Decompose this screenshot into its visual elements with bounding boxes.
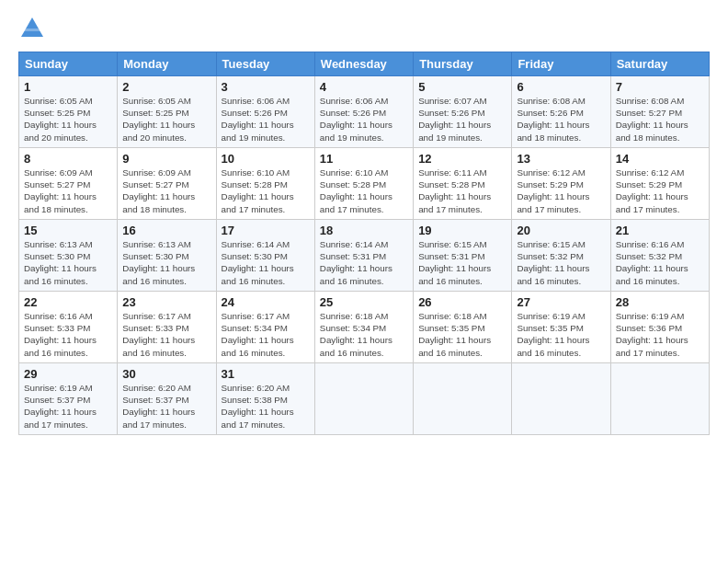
- day-info: Sunrise: 6:18 AM Sunset: 5:35 PM Dayligh…: [418, 310, 506, 359]
- calendar-day-cell: 5Sunrise: 6:07 AM Sunset: 5:26 PM Daylig…: [414, 76, 512, 148]
- calendar-header-row: SundayMondayTuesdayWednesdayThursdayFrid…: [19, 52, 710, 76]
- calendar-day-cell: [512, 363, 610, 435]
- page: SundayMondayTuesdayWednesdayThursdayFrid…: [0, 0, 728, 563]
- weekday-header: Sunday: [19, 52, 118, 76]
- day-number: 30: [122, 367, 210, 381]
- day-info: Sunrise: 6:16 AM Sunset: 5:33 PM Dayligh…: [24, 310, 112, 359]
- day-number: 31: [222, 367, 310, 381]
- calendar-day-cell: [610, 363, 709, 435]
- day-info: Sunrise: 6:07 AM Sunset: 5:26 PM Dayligh…: [418, 95, 506, 144]
- day-info: Sunrise: 6:06 AM Sunset: 5:26 PM Dayligh…: [222, 95, 310, 144]
- day-number: 20: [517, 224, 605, 237]
- calendar-day-cell: 20Sunrise: 6:15 AM Sunset: 5:32 PM Dayli…: [512, 220, 610, 292]
- calendar-day-cell: 19Sunrise: 6:15 AM Sunset: 5:31 PM Dayli…: [414, 220, 512, 292]
- day-info: Sunrise: 6:11 AM Sunset: 5:28 PM Dayligh…: [418, 167, 506, 215]
- day-info: Sunrise: 6:09 AM Sunset: 5:27 PM Dayligh…: [24, 167, 112, 215]
- day-info: Sunrise: 6:06 AM Sunset: 5:26 PM Dayligh…: [320, 95, 408, 144]
- day-number: 26: [418, 295, 506, 309]
- day-number: 12: [418, 152, 506, 166]
- day-number: 3: [222, 80, 310, 94]
- calendar-day-cell: 31Sunrise: 6:20 AM Sunset: 5:38 PM Dayli…: [216, 363, 314, 435]
- calendar-day-cell: 10Sunrise: 6:10 AM Sunset: 5:28 PM Dayli…: [216, 148, 314, 220]
- day-number: 24: [222, 295, 310, 309]
- day-info: Sunrise: 6:08 AM Sunset: 5:27 PM Dayligh…: [616, 95, 704, 144]
- calendar-day-cell: 25Sunrise: 6:18 AM Sunset: 5:34 PM Dayli…: [314, 292, 413, 363]
- day-info: Sunrise: 6:09 AM Sunset: 5:27 PM Dayligh…: [122, 167, 210, 215]
- day-number: 16: [122, 224, 210, 237]
- calendar-day-cell: 26Sunrise: 6:18 AM Sunset: 5:35 PM Dayli…: [414, 292, 512, 363]
- calendar-day-cell: 15Sunrise: 6:13 AM Sunset: 5:30 PM Dayli…: [19, 220, 118, 292]
- day-info: Sunrise: 6:14 AM Sunset: 5:31 PM Dayligh…: [320, 238, 408, 287]
- day-info: Sunrise: 6:12 AM Sunset: 5:29 PM Dayligh…: [517, 167, 605, 215]
- day-info: Sunrise: 6:10 AM Sunset: 5:28 PM Dayligh…: [320, 167, 408, 215]
- day-info: Sunrise: 6:08 AM Sunset: 5:26 PM Dayligh…: [517, 95, 605, 144]
- day-info: Sunrise: 6:05 AM Sunset: 5:25 PM Dayligh…: [24, 95, 112, 144]
- day-number: 4: [320, 80, 408, 94]
- day-number: 7: [616, 80, 704, 94]
- day-number: 2: [122, 80, 210, 94]
- day-number: 23: [122, 295, 210, 309]
- day-info: Sunrise: 6:17 AM Sunset: 5:33 PM Dayligh…: [122, 310, 210, 359]
- weekday-header: Tuesday: [216, 52, 314, 76]
- calendar-day-cell: 22Sunrise: 6:16 AM Sunset: 5:33 PM Dayli…: [19, 292, 118, 363]
- calendar-day-cell: 6Sunrise: 6:08 AM Sunset: 5:26 PM Daylig…: [512, 76, 610, 148]
- weekday-header: Thursday: [414, 52, 512, 76]
- day-info: Sunrise: 6:19 AM Sunset: 5:36 PM Dayligh…: [616, 310, 704, 359]
- calendar-day-cell: 21Sunrise: 6:16 AM Sunset: 5:32 PM Dayli…: [610, 220, 709, 292]
- day-number: 6: [517, 80, 605, 94]
- calendar-day-cell: [314, 363, 413, 435]
- calendar-day-cell: 18Sunrise: 6:14 AM Sunset: 5:31 PM Dayli…: [314, 220, 413, 292]
- calendar-day-cell: 23Sunrise: 6:17 AM Sunset: 5:33 PM Dayli…: [118, 292, 216, 363]
- calendar: SundayMondayTuesdayWednesdayThursdayFrid…: [18, 52, 710, 435]
- calendar-day-cell: 4Sunrise: 6:06 AM Sunset: 5:26 PM Daylig…: [314, 76, 413, 148]
- day-info: Sunrise: 6:12 AM Sunset: 5:29 PM Dayligh…: [616, 167, 704, 215]
- day-number: 11: [320, 152, 408, 166]
- day-info: Sunrise: 6:19 AM Sunset: 5:35 PM Dayligh…: [517, 310, 605, 359]
- day-info: Sunrise: 6:15 AM Sunset: 5:31 PM Dayligh…: [418, 238, 506, 287]
- day-number: 29: [24, 367, 112, 381]
- day-info: Sunrise: 6:16 AM Sunset: 5:32 PM Dayligh…: [616, 238, 704, 287]
- weekday-header: Friday: [512, 52, 610, 76]
- day-number: 21: [616, 224, 704, 237]
- calendar-day-cell: 2Sunrise: 6:05 AM Sunset: 5:25 PM Daylig…: [118, 76, 216, 148]
- weekday-header: Saturday: [610, 52, 709, 76]
- svg-rect-1: [24, 29, 40, 31]
- day-info: Sunrise: 6:17 AM Sunset: 5:34 PM Dayligh…: [222, 310, 310, 359]
- day-number: 9: [122, 152, 210, 166]
- calendar-day-cell: 7Sunrise: 6:08 AM Sunset: 5:27 PM Daylig…: [610, 76, 709, 148]
- day-number: 10: [222, 152, 310, 166]
- weekday-header: Monday: [118, 52, 216, 76]
- calendar-day-cell: 8Sunrise: 6:09 AM Sunset: 5:27 PM Daylig…: [19, 148, 118, 220]
- calendar-day-cell: 24Sunrise: 6:17 AM Sunset: 5:34 PM Dayli…: [216, 292, 314, 363]
- day-number: 18: [320, 224, 408, 237]
- calendar-week-row: 15Sunrise: 6:13 AM Sunset: 5:30 PM Dayli…: [19, 220, 710, 292]
- day-number: 8: [24, 152, 112, 166]
- day-info: Sunrise: 6:05 AM Sunset: 5:25 PM Dayligh…: [122, 95, 210, 144]
- day-number: 22: [24, 295, 112, 309]
- calendar-week-row: 22Sunrise: 6:16 AM Sunset: 5:33 PM Dayli…: [19, 292, 710, 363]
- logo: [18, 15, 50, 42]
- logo-icon: [18, 15, 46, 42]
- calendar-day-cell: 14Sunrise: 6:12 AM Sunset: 5:29 PM Dayli…: [610, 148, 709, 220]
- day-info: Sunrise: 6:14 AM Sunset: 5:30 PM Dayligh…: [222, 238, 310, 287]
- day-info: Sunrise: 6:13 AM Sunset: 5:30 PM Dayligh…: [24, 238, 112, 287]
- day-number: 1: [24, 80, 112, 94]
- calendar-day-cell: 16Sunrise: 6:13 AM Sunset: 5:30 PM Dayli…: [118, 220, 216, 292]
- calendar-day-cell: 12Sunrise: 6:11 AM Sunset: 5:28 PM Dayli…: [414, 148, 512, 220]
- calendar-day-cell: [414, 363, 512, 435]
- calendar-week-row: 1Sunrise: 6:05 AM Sunset: 5:25 PM Daylig…: [19, 76, 710, 148]
- calendar-day-cell: 9Sunrise: 6:09 AM Sunset: 5:27 PM Daylig…: [118, 148, 216, 220]
- day-info: Sunrise: 6:19 AM Sunset: 5:37 PM Dayligh…: [24, 382, 112, 431]
- day-number: 15: [24, 224, 112, 237]
- calendar-day-cell: 17Sunrise: 6:14 AM Sunset: 5:30 PM Dayli…: [216, 220, 314, 292]
- calendar-week-row: 29Sunrise: 6:19 AM Sunset: 5:37 PM Dayli…: [19, 363, 710, 435]
- day-number: 27: [517, 295, 605, 309]
- svg-marker-0: [21, 17, 43, 37]
- day-number: 13: [517, 152, 605, 166]
- day-info: Sunrise: 6:20 AM Sunset: 5:38 PM Dayligh…: [222, 382, 310, 431]
- header: [18, 15, 710, 42]
- day-info: Sunrise: 6:13 AM Sunset: 5:30 PM Dayligh…: [122, 238, 210, 287]
- weekday-header: Wednesday: [314, 52, 413, 76]
- day-number: 25: [320, 295, 408, 309]
- day-number: 14: [616, 152, 704, 166]
